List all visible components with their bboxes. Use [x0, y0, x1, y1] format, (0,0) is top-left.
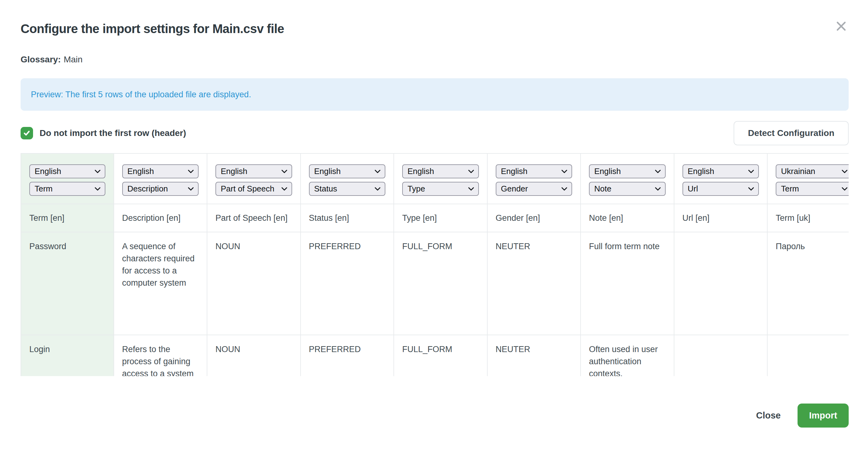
field-select[interactable]: Url: [682, 182, 759, 196]
table-column: English Url Url [en]: [674, 154, 768, 376]
column-header: Term [uk]: [768, 204, 849, 232]
field-select-value: Term: [781, 184, 799, 194]
field-select[interactable]: Status: [309, 182, 386, 196]
field-select[interactable]: Term: [776, 182, 849, 196]
column-mapping-cell: English Url: [674, 154, 767, 204]
chevron-down-icon: [655, 170, 661, 173]
table-cell: PREFERRED: [301, 232, 394, 335]
field-select[interactable]: Gender: [496, 182, 572, 196]
table-cell: [674, 232, 767, 335]
field-select[interactable]: Part of Speech: [215, 182, 292, 196]
chevron-down-icon: [374, 187, 381, 191]
chevron-down-icon: [188, 187, 194, 191]
column-header: Url [en]: [674, 204, 767, 232]
table-cell: Password: [21, 232, 114, 335]
import-settings-modal: Configure the import settings for Main.c…: [0, 0, 868, 450]
language-select-value: English: [501, 167, 528, 176]
field-select[interactable]: Type: [402, 182, 479, 196]
chevron-down-icon: [94, 170, 101, 173]
column-header: Type [en]: [394, 204, 487, 232]
column-header: Status [en]: [301, 204, 394, 232]
column-mapping-cell: English Note: [581, 154, 674, 204]
close-button[interactable]: Close: [756, 411, 781, 421]
modal-footer: Close Import: [21, 403, 849, 427]
column-header: Gender [en]: [488, 204, 581, 232]
table-cell: NOUN: [207, 232, 300, 335]
column-mapping-cell: Ukrainian Term: [768, 154, 849, 204]
table-cell: NEUTER: [488, 232, 581, 335]
table-cell: NOUN: [207, 335, 300, 376]
chevron-down-icon: [561, 170, 567, 173]
table-cell: NEUTER: [488, 335, 581, 376]
language-select-value: English: [221, 167, 247, 176]
field-select-value: Gender: [501, 184, 528, 194]
chevron-down-icon: [468, 170, 474, 173]
field-select[interactable]: Description: [122, 182, 199, 196]
language-select[interactable]: English: [402, 164, 479, 178]
chevron-down-icon: [655, 187, 661, 191]
chevron-down-icon: [748, 170, 754, 173]
table-cell: [674, 335, 767, 376]
language-select-value: Ukrainian: [781, 167, 815, 176]
language-select[interactable]: English: [215, 164, 292, 178]
close-icon[interactable]: [834, 19, 849, 34]
chevron-down-icon: [468, 187, 474, 191]
language-select[interactable]: English: [309, 164, 386, 178]
field-select-value: Note: [594, 184, 611, 194]
import-button[interactable]: Import: [798, 403, 849, 427]
import-preview-table: English Term Term [en] Password Login En…: [21, 153, 849, 376]
table-column: English Part of Speech Part of Speech [e…: [207, 154, 301, 376]
language-select[interactable]: Ukrainian: [776, 164, 849, 178]
column-mapping-cell: English Status: [301, 154, 394, 204]
table-cell: Refers to the process of gaining access …: [114, 335, 207, 376]
chevron-down-icon: [748, 187, 754, 191]
language-select-value: English: [594, 167, 621, 176]
table-column: English Description Description [en] A s…: [114, 154, 208, 376]
chevron-down-icon: [374, 170, 381, 173]
column-header: Part of Speech [en]: [207, 204, 300, 232]
table-column: English Gender Gender [en] NEUTER NEUTER: [488, 154, 581, 376]
table-cell: PREFERRED: [301, 335, 394, 376]
field-select-value: Description: [127, 184, 168, 194]
field-select[interactable]: Term: [29, 182, 105, 196]
column-header: Term [en]: [21, 204, 114, 232]
glossary-value: Main: [64, 55, 83, 64]
field-select-value: Part of Speech: [221, 184, 274, 194]
chevron-down-icon: [841, 170, 848, 173]
skip-header-checkbox[interactable]: [21, 127, 33, 140]
chevron-down-icon: [561, 187, 567, 191]
glossary-line: Glossary:Main: [21, 55, 849, 65]
field-select-value: Term: [35, 184, 53, 194]
options-row: Do not import the first row (header) Det…: [21, 121, 849, 145]
import-preview-table-scroll[interactable]: English Term Term [en] Password Login En…: [21, 153, 849, 376]
table-cell: [768, 335, 849, 376]
language-select-value: English: [688, 167, 714, 176]
language-select[interactable]: English: [29, 164, 105, 178]
skip-header-option[interactable]: Do not import the first row (header): [21, 127, 186, 140]
table-column: English Status Status [en] PREFERRED PRE…: [301, 154, 394, 376]
table-column: Ukrainian Term Term [uk] Пароль: [768, 154, 849, 376]
field-select-value: Status: [314, 184, 337, 194]
table-cell: Пароль: [768, 232, 849, 335]
language-select-value: English: [314, 167, 341, 176]
column-mapping-cell: English Gender: [488, 154, 581, 204]
field-select[interactable]: Note: [589, 182, 665, 196]
glossary-label: Glossary:: [21, 55, 61, 64]
chevron-down-icon: [841, 187, 848, 191]
skip-header-label: Do not import the first row (header): [40, 128, 186, 138]
column-header: Description [en]: [114, 204, 207, 232]
language-select[interactable]: English: [682, 164, 759, 178]
detect-configuration-button[interactable]: Detect Configuration: [734, 121, 849, 145]
column-mapping-cell: English Type: [394, 154, 487, 204]
language-select-value: English: [407, 167, 434, 176]
column-mapping-cell: English Term: [21, 154, 114, 204]
table-cell: Login: [21, 335, 114, 376]
check-icon: [23, 129, 31, 137]
field-select-value: Url: [688, 184, 698, 194]
language-select[interactable]: English: [496, 164, 572, 178]
preview-info-text: Preview: The first 5 rows of the uploade…: [31, 90, 251, 99]
language-select[interactable]: English: [122, 164, 199, 178]
language-select[interactable]: English: [589, 164, 665, 178]
page-title: Configure the import settings for Main.c…: [21, 22, 849, 36]
column-header: Note [en]: [581, 204, 674, 232]
